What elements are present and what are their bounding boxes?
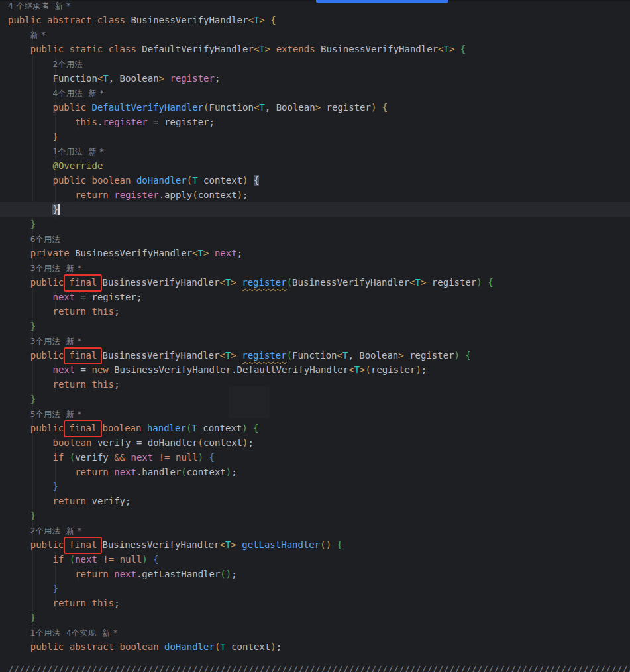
- code-line[interactable]: Function<T, Boolean> register;: [0, 71, 630, 85]
- code-line[interactable]: return next.getLastHandler();: [0, 567, 630, 581]
- code-line[interactable]: private BusinessVerifyHandler<T> next;: [0, 246, 630, 260]
- code-line[interactable]: }: [0, 508, 630, 523]
- code-line[interactable]: if (verify && next != null) {: [0, 450, 630, 465]
- code-token: context: [198, 190, 237, 200]
- usage-inlay-hint[interactable]: 3个用法 新 *: [30, 264, 82, 273]
- usage-inlay-hint[interactable]: 3个用法 新 *: [30, 337, 82, 346]
- code-token: ): [476, 277, 482, 288]
- code-line[interactable]: boolean verify = doHandler(context);: [0, 435, 630, 450]
- code-token: ;: [114, 598, 119, 608]
- code-token: >: [265, 44, 270, 54]
- code-token: ;: [231, 467, 236, 477]
- code-line[interactable]: publicfinalBusinessVerifyHandler<T> getL…: [0, 537, 630, 552]
- inlay-hint-line[interactable]: 4 个继承者 新 *: [0, 0, 630, 13]
- code-token: T: [354, 364, 360, 375]
- code-line[interactable]: public boolean doHandler(T context) {: [0, 173, 630, 188]
- code-token: [248, 175, 254, 186]
- inlay-hint-line[interactable]: 5个用法 新 *: [0, 406, 630, 421]
- code-token: <: [348, 364, 354, 375]
- inlay-hint-line[interactable]: 1个用法 4个实现 新 *: [0, 625, 630, 640]
- code-token: {: [460, 44, 466, 54]
- code-line[interactable]: public abstract class BusinessVerifyHand…: [0, 13, 630, 27]
- code-token: extends: [276, 44, 315, 54]
- code-token: (: [198, 437, 203, 448]
- code-token: [331, 539, 337, 550]
- code-line[interactable]: }: [0, 217, 630, 231]
- inlay-hint-line[interactable]: 1个用法 新 *: [0, 144, 630, 158]
- code-line[interactable]: return next.handler(context);: [0, 465, 630, 479]
- code-line[interactable]: @Override: [0, 158, 630, 173]
- usage-inlay-hint[interactable]: 2个用法: [52, 60, 83, 69]
- code-line[interactable]: }: [0, 202, 630, 217]
- code-token: return: [75, 467, 114, 477]
- inlay-hint-line[interactable]: 新 *: [0, 27, 630, 42]
- usage-inlay-hint[interactable]: 4个用法 新 *: [52, 89, 104, 98]
- code-line[interactable]: publicfinalBusinessVerifyHandler<T> regi…: [0, 348, 630, 363]
- usage-inlay-hint[interactable]: 1个用法 新 *: [52, 147, 104, 156]
- usage-inlay-hint[interactable]: 1个用法 4个实现 新 *: [30, 628, 118, 638]
- code-line[interactable]: return this;: [0, 377, 630, 392]
- code-token: register: [114, 190, 158, 200]
- code-line[interactable]: }: [0, 581, 630, 596]
- code-line[interactable]: public abstract boolean doHandler(T cont…: [0, 640, 630, 654]
- code-line[interactable]: }: [0, 319, 630, 333]
- usage-inlay-hint[interactable]: 新 *: [30, 30, 46, 40]
- code-line[interactable]: this.register = register;: [0, 115, 630, 129]
- inlay-hint-line[interactable]: 4个用法 新 *: [0, 85, 630, 100]
- inlay-hint-line[interactable]: 3个用法 新 *: [0, 260, 630, 275]
- code-line[interactable]: public static class DefaultVerifyHandler…: [0, 42, 630, 56]
- code-token: public boolean: [52, 175, 136, 186]
- usage-inlay-hint[interactable]: 2个用法 新 *: [30, 526, 82, 535]
- inlay-hint-line[interactable]: 6个用法: [0, 231, 630, 246]
- code-token: {: [382, 102, 388, 113]
- code-token: [482, 277, 488, 288]
- inlay-hint-line[interactable]: 2个用法: [0, 56, 630, 71]
- code-line[interactable]: return register.apply(context);: [0, 188, 630, 202]
- code-line[interactable]: next = new BusinessVerifyHandler.Default…: [0, 363, 630, 377]
- code-token: ;: [114, 306, 119, 317]
- code-token: {: [465, 350, 470, 361]
- code-editor[interactable]: 4 个继承者 新 *public abstract class Business…: [0, 0, 630, 672]
- code-token: &&: [114, 452, 125, 463]
- code-token: [236, 277, 242, 288]
- code-token: >: [360, 364, 365, 375]
- code-token: DefaultVerifyHandler: [142, 44, 254, 54]
- code-line[interactable]: return this;: [0, 596, 630, 610]
- code-line[interactable]: return this;: [0, 304, 630, 319]
- code-token: ): [326, 539, 331, 550]
- usage-inlay-hint[interactable]: 6个用法: [30, 235, 61, 244]
- code-token: ): [242, 175, 248, 186]
- code-token: >: [231, 277, 236, 288]
- code-line[interactable]: publicfinalboolean handler(T context) {: [0, 421, 630, 435]
- code-line[interactable]: return verify;: [0, 494, 630, 508]
- code-token: {: [253, 423, 258, 433]
- code-token: BusinessVerifyHandler: [102, 350, 219, 361]
- code-line[interactable]: ////////////////////////////////////////…: [0, 662, 630, 672]
- code-token: context: [203, 437, 242, 448]
- code-token: }: [30, 612, 36, 623]
- code-token: (: [287, 350, 292, 361]
- code-token: next: [52, 292, 75, 302]
- code-token: [164, 73, 170, 84]
- code-line[interactable]: }: [0, 479, 630, 494]
- code-line[interactable]: }: [0, 392, 630, 406]
- tab-progress-bar: [316, 0, 448, 3]
- usage-inlay-hint[interactable]: 5个用法 新 *: [30, 410, 82, 419]
- code-line[interactable]: if (next != null) {: [0, 552, 630, 567]
- inlay-hint-line[interactable]: 2个用法 新 *: [0, 523, 630, 537]
- code-token: ): [237, 190, 242, 200]
- code-token: {: [254, 175, 259, 186]
- code-line[interactable]: publicfinalBusinessVerifyHandler<T> regi…: [0, 275, 630, 290]
- code-token: public: [52, 102, 91, 113]
- inlay-hint-line[interactable]: 3个用法 新 *: [0, 333, 630, 348]
- code-token: BusinessVerifyHandler: [102, 539, 219, 550]
- code-token: public: [30, 423, 64, 433]
- code-token: ): [226, 569, 231, 579]
- code-token: <: [192, 248, 197, 258]
- code-token: {: [270, 15, 276, 25]
- code-line[interactable]: }: [0, 610, 630, 625]
- code-line[interactable]: }: [0, 129, 630, 144]
- code-line[interactable]: next = register;: [0, 290, 630, 304]
- code-line[interactable]: public DefaultVerifyHandler(Function<T, …: [0, 100, 630, 115]
- usage-inlay-hint[interactable]: 4 个继承者 新 *: [8, 1, 70, 11]
